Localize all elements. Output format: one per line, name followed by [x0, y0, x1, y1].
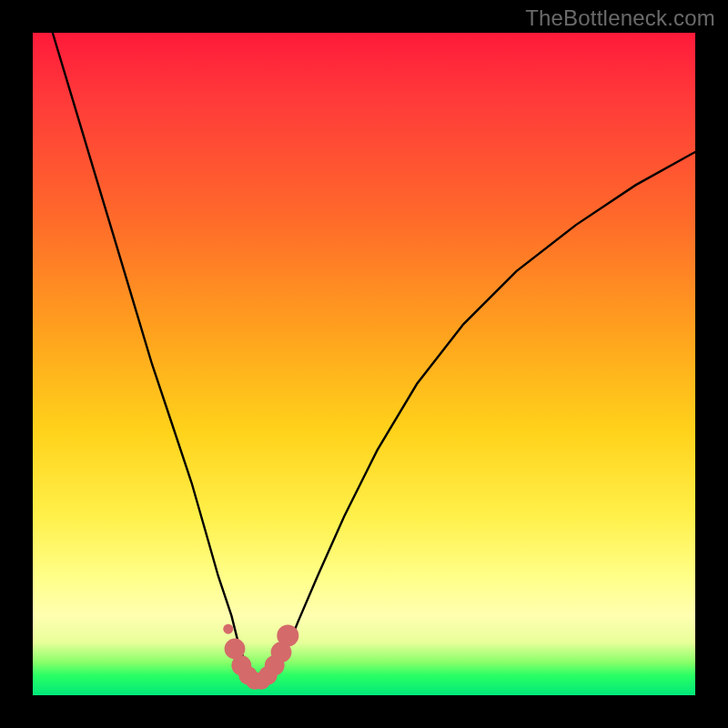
bottleneck-curve: [53, 33, 695, 682]
highlight-dot: [277, 625, 298, 647]
curve-layer: [33, 33, 695, 695]
watermark-text: TheBottleneck.com: [525, 5, 715, 31]
plot-area: [33, 33, 695, 695]
chart-frame: TheBottleneck.com: [0, 0, 728, 728]
highlight-dots: [223, 624, 298, 690]
highlight-dot: [223, 624, 233, 634]
